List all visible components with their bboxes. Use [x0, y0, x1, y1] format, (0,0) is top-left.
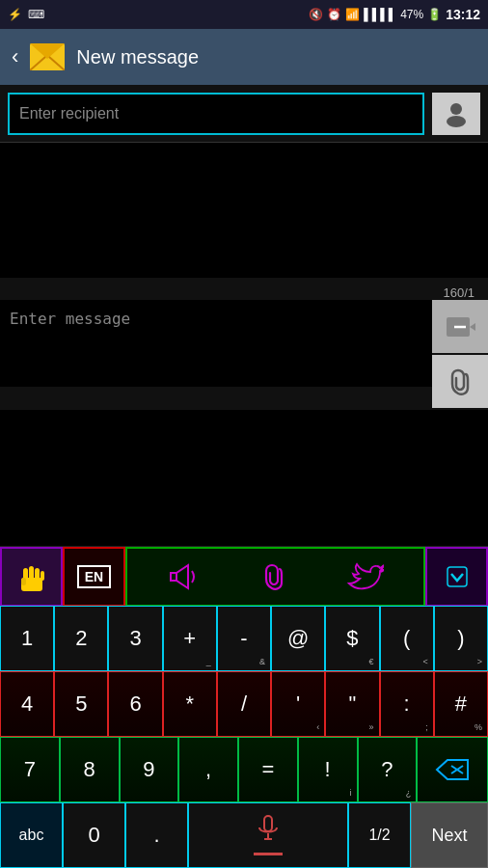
arrow-down-button[interactable] [425, 547, 488, 607]
svg-rect-11 [29, 566, 34, 580]
send-button[interactable] [432, 300, 488, 353]
key-minus[interactable]: - & [217, 606, 271, 671]
recipient-input[interactable] [8, 93, 424, 135]
keyboard: EN 1 2 [0, 546, 488, 868]
zero-label: 0 [88, 823, 99, 848]
message-input[interactable] [0, 300, 432, 387]
page-title: New message [76, 46, 199, 68]
send-icon [445, 313, 475, 340]
svg-rect-12 [35, 568, 40, 580]
backspace-icon [435, 758, 470, 781]
swipe-area[interactable] [125, 547, 425, 607]
key-7[interactable]: 7 [0, 737, 60, 802]
keyboard-row-2: 4 5 6 * / ' ‹ " » : ; # % [0, 671, 488, 737]
backspace-button[interactable] [417, 737, 488, 802]
header: ‹ New message [0, 29, 488, 85]
page-switch-button[interactable]: 1/2 [348, 802, 411, 868]
paperclip-icon [447, 366, 474, 397]
status-time: 13:12 [446, 7, 480, 22]
person-icon [443, 100, 470, 127]
key-quote[interactable]: " » [325, 671, 379, 737]
key-9[interactable]: 9 [120, 737, 179, 802]
attach-button[interactable] [432, 355, 488, 408]
key-plus[interactable]: + _ [163, 606, 217, 671]
key-hash[interactable]: # % [434, 671, 488, 737]
svg-rect-17 [447, 567, 467, 586]
message-row [0, 300, 488, 410]
key-4[interactable]: 4 [0, 671, 54, 737]
wifi-icon: 📶 [345, 8, 360, 21]
page-label: 1/2 [368, 827, 390, 844]
svg-rect-16 [171, 573, 176, 581]
abc-label: abc [19, 827, 44, 844]
microphone-button[interactable]: ▬▬▬ [188, 802, 348, 868]
keyboard-icon: ⌨ [28, 8, 44, 21]
svg-point-5 [447, 116, 466, 127]
dot-label: . [153, 823, 159, 848]
abc-button[interactable]: abc [0, 802, 63, 868]
key-question[interactable]: ? ¿ [358, 737, 418, 802]
svg-rect-14 [21, 578, 26, 585]
hand-mode-button[interactable] [0, 547, 63, 607]
key-comma[interactable]: , [178, 737, 238, 802]
back-button[interactable]: ‹ [12, 44, 18, 69]
message-actions [432, 300, 488, 410]
svg-marker-15 [171, 565, 188, 588]
key-3[interactable]: 3 [108, 606, 162, 671]
chevron-down-icon [444, 563, 471, 590]
svg-rect-13 [41, 571, 44, 581]
microphone-icon [257, 814, 280, 843]
key-dollar[interactable]: $ € [325, 606, 379, 671]
char-count: 160/1 [443, 282, 480, 300]
keyboard-special-row: EN [0, 546, 488, 606]
megaphone-icon [167, 561, 202, 592]
key-1[interactable]: 1 [0, 606, 54, 671]
key-exclaim[interactable]: ! i [298, 737, 358, 802]
usb-icon: ⚡ [8, 8, 22, 21]
key-at[interactable]: @ [271, 606, 325, 671]
message-section: 160/1 [0, 278, 488, 410]
key-apostrophe[interactable]: ' ‹ [271, 671, 325, 737]
key-2[interactable]: 2 [54, 606, 108, 671]
svg-marker-7 [470, 323, 475, 331]
next-button[interactable]: Next [411, 802, 488, 868]
signal-icon: ▌▌▌▌ [364, 8, 396, 21]
key-slash[interactable]: / [217, 671, 271, 737]
mute-icon: 🔇 [309, 8, 323, 21]
message-top-bar: 160/1 [0, 278, 488, 300]
hand-icon [14, 558, 50, 595]
alarm-icon: ⏰ [327, 8, 341, 21]
battery-percent: 47% [400, 8, 423, 21]
black-area [0, 143, 488, 278]
status-bar: ⚡ ⌨ 🔇 ⏰ 📶 ▌▌▌▌ 47% 🔋 13:12 [0, 0, 488, 29]
keyboard-bottom-row: abc 0 . ▬▬▬ 1/2 Next [0, 802, 488, 868]
key-5[interactable]: 5 [54, 671, 108, 737]
key-6[interactable]: 6 [108, 671, 162, 737]
svg-point-4 [450, 103, 462, 115]
battery-icon: 🔋 [427, 8, 442, 21]
keyboard-row-3: 7 8 9 , = ! i ? ¿ [0, 737, 488, 802]
key-close-paren[interactable]: ) > [434, 606, 488, 671]
key-colon[interactable]: : ; [380, 671, 434, 737]
key-equals[interactable]: = [238, 737, 298, 802]
key-dot[interactable]: . [125, 802, 188, 868]
recipient-area [0, 85, 488, 143]
clip-swipe-icon [260, 561, 287, 592]
language-label: EN [77, 565, 111, 588]
language-button[interactable]: EN [63, 547, 125, 607]
next-label: Next [431, 826, 467, 846]
key-asterisk[interactable]: * [163, 671, 217, 737]
key-zero[interactable]: 0 [63, 802, 125, 868]
svg-rect-20 [264, 816, 272, 831]
bird-icon [347, 562, 384, 591]
status-right-icons: 🔇 ⏰ 📶 ▌▌▌▌ 47% 🔋 13:12 [309, 7, 480, 22]
contact-picker-button[interactable] [432, 93, 480, 135]
key-8[interactable]: 8 [60, 737, 120, 802]
keyboard-row-1: 1 2 3 + _ - & @ $ € ( < ) > [0, 606, 488, 671]
key-open-paren[interactable]: ( < [380, 606, 434, 671]
status-left-icons: ⚡ ⌨ [8, 8, 44, 21]
email-icon [30, 43, 65, 70]
